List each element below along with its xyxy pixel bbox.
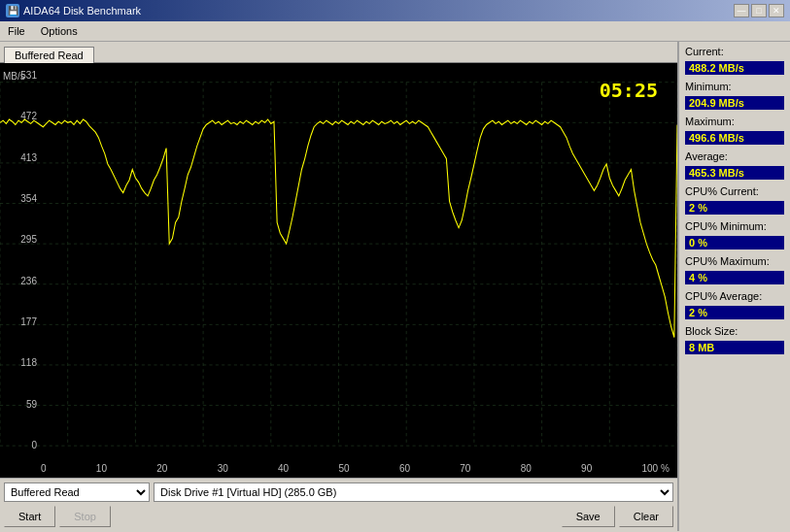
y-label-118: 118	[20, 358, 37, 368]
average-label: Average:	[685, 150, 784, 162]
block-size-value: 8 MB	[685, 341, 784, 354]
x-label-30: 30	[218, 463, 228, 474]
save-button[interactable]: Save	[562, 506, 615, 527]
y-label-236: 236	[20, 277, 37, 286]
x-label-70: 70	[460, 463, 470, 474]
cpu-maximum-value: 4 %	[685, 271, 784, 284]
current-label: Current:	[685, 46, 784, 57]
close-button[interactable]: ✕	[769, 4, 784, 17]
right-stats-panel: Current: 488.2 MB/s Minimum: 204.9 MB/s …	[678, 42, 790, 531]
maximum-value: 496.6 MB/s	[685, 131, 784, 145]
menu-bar: File Options	[0, 21, 790, 42]
title-bar: 💾 AIDA64 Disk Benchmark — □ ✕	[0, 0, 790, 21]
cpu-minimum-value: 0 %	[685, 236, 784, 249]
y-label-413: 413	[20, 153, 37, 163]
average-value: 465.3 MB/s	[685, 166, 784, 180]
buttons-row: Start Stop Save Clear	[4, 506, 673, 527]
controls-row: Buffered Read Disk Drive #1 [Virtual HD]…	[4, 482, 673, 502]
current-value: 488.2 MB/s	[685, 61, 784, 75]
x-label-60: 60	[399, 463, 410, 474]
block-size-label: Block Size:	[685, 325, 784, 337]
x-label-0: 0	[41, 463, 47, 474]
minimize-button[interactable]: —	[734, 4, 749, 17]
menu-options[interactable]: Options	[37, 23, 82, 39]
test-type-select[interactable]: Buffered Read	[4, 482, 150, 502]
y-label-472: 472	[20, 112, 37, 121]
cpu-maximum-label: CPU% Maximum:	[685, 255, 784, 267]
chart-svg	[0, 63, 677, 478]
drive-select[interactable]: Disk Drive #1 [Virtual HD] (285.0 GB)	[154, 482, 673, 502]
start-button[interactable]: Start	[4, 506, 55, 527]
chart-area: MB/s 531 472 413 354 295 236 177 118 59 …	[0, 63, 677, 478]
maximum-label: Maximum:	[685, 116, 784, 127]
cpu-minimum-label: CPU% Minimum:	[685, 220, 784, 232]
y-label-295: 295	[20, 235, 37, 245]
window-controls: — □ ✕	[734, 4, 784, 17]
cpu-current-value: 2 %	[685, 201, 784, 215]
x-label-40: 40	[278, 463, 289, 474]
x-label-10: 10	[96, 463, 107, 474]
bottom-panel: Buffered Read Disk Drive #1 [Virtual HD]…	[0, 478, 677, 531]
app-icon: 💾	[6, 4, 19, 17]
time-display: 05:25	[600, 79, 658, 102]
x-label-20: 20	[156, 463, 167, 474]
y-label-59: 59	[26, 400, 37, 410]
x-label-90: 90	[581, 463, 592, 474]
x-label-50: 50	[338, 463, 349, 474]
stop-button[interactable]: Stop	[59, 506, 111, 527]
x-label-100: 100 %	[642, 463, 670, 474]
y-label-354: 354	[20, 194, 37, 204]
cpu-current-label: CPU% Current:	[685, 185, 784, 197]
x-label-80: 80	[521, 463, 532, 474]
y-label-177: 177	[20, 317, 37, 327]
cpu-average-label: CPU% Average:	[685, 290, 784, 302]
minimum-value: 204.9 MB/s	[685, 96, 784, 110]
y-axis-labels: 531 472 413 354 295 236 177 118 59 0	[0, 71, 41, 450]
y-label-531: 531	[20, 71, 37, 81]
tab-bar: Buffered Read	[0, 42, 677, 63]
cpu-average-value: 2 %	[685, 306, 784, 319]
maximize-button[interactable]: □	[751, 4, 767, 17]
tab-buffered-read[interactable]: Buffered Read	[4, 47, 94, 63]
minimum-label: Minimum:	[685, 81, 784, 92]
x-axis-labels: 0 10 20 30 40 50 60 70 80 90 100 %	[41, 463, 670, 474]
window-title: AIDA64 Disk Benchmark	[23, 5, 141, 17]
y-label-0: 0	[31, 441, 37, 450]
menu-file[interactable]: File	[4, 23, 29, 39]
clear-button[interactable]: Clear	[619, 506, 673, 527]
left-panel: Buffered Read MB/s 531 472 413 354 295 2…	[0, 42, 678, 531]
